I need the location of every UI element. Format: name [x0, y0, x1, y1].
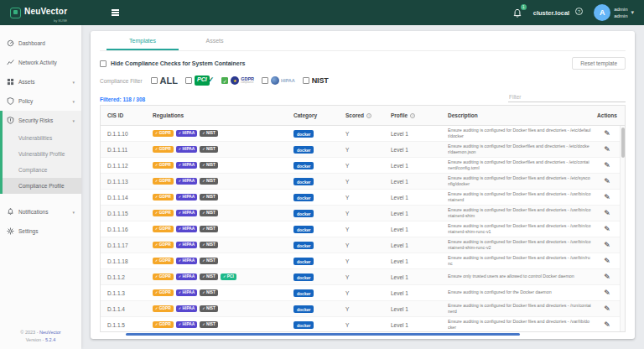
table-row[interactable]: D.1.1.18✓GDPR✓HIPAA✓NISTdockerYLevel 1En…: [101, 253, 625, 269]
compliance-filter-hipaa[interactable]: ✓HIPAA: [262, 76, 295, 85]
sidebar-item-vulnerability-profile[interactable]: Vulnerability Profile: [3, 146, 81, 162]
table-row[interactable]: D.1.1.16✓GDPR✓HIPAA✓NISTdockerYLevel 1En…: [101, 221, 625, 237]
table-horizontal-scrollbar[interactable]: [126, 333, 520, 336]
cis-id-cell: D.1.1.3: [101, 290, 153, 296]
edit-icon[interactable]: ✎: [604, 241, 610, 249]
edit-icon[interactable]: ✎: [604, 129, 610, 138]
sidebar-item-policy[interactable]: Policy▾: [0, 91, 81, 111]
scrollbar-thumb[interactable]: [621, 128, 625, 158]
category-badge: docker: [293, 226, 314, 233]
table-row[interactable]: D.1.1.15✓GDPR✓HIPAA✓NISTdockerYLevel 1En…: [101, 206, 625, 221]
compliance-filter-all[interactable]: ✓ALL: [151, 76, 178, 86]
compliance-filter-all-checkbox[interactable]: ✓: [151, 77, 158, 84]
compliance-filter-hipaa-checkbox[interactable]: ✓: [262, 77, 268, 84]
table-row[interactable]: D.1.1.13✓GDPR✓HIPAA✓NISTdockerYLevel 1En…: [101, 174, 625, 190]
table-row[interactable]: D.1.1.17✓GDPR✓HIPAA✓NISTdockerYLevel 1En…: [101, 237, 625, 253]
sidebar-item-settings[interactable]: Settings: [0, 221, 81, 241]
filter-input[interactable]: [508, 92, 626, 102]
scored-cell: Y: [345, 131, 391, 137]
hide-system-containers-checkbox[interactable]: ✓: [100, 60, 106, 67]
compliance-filter-nist-checkbox[interactable]: ✓: [303, 77, 309, 84]
scored-cell: Y: [345, 147, 391, 153]
regulation-badge-nist: ✓NIST: [200, 226, 218, 232]
compliance-filter-nist[interactable]: ✓NIST: [303, 76, 329, 85]
sidebar-item-assets[interactable]: Assets▾: [0, 72, 81, 91]
profile-cell: Level 1: [391, 131, 448, 137]
sidebar-item-vulnerabilities[interactable]: Vulnerabilities: [3, 130, 81, 146]
user-menu[interactable]: A admin admin ▾: [594, 4, 634, 21]
sidebar-item-notifications[interactable]: Notifications▾: [0, 202, 81, 221]
table-row[interactable]: D.1.1.2✓GDPR✓HIPAA✓NIST✓PCIdockerYLevel …: [101, 269, 625, 285]
regulations-cell: ✓GDPR✓HIPAA✓NIST✓PCI: [153, 273, 293, 280]
compliance-filter-pci-checkbox[interactable]: ✓: [185, 77, 192, 84]
regulation-badge-hipaa: ✓HIPAA: [176, 305, 197, 312]
regulation-badge-hipaa: ✓HIPAA: [176, 162, 197, 169]
filter-all-label: ALL: [160, 76, 178, 86]
category-cell: docker: [293, 163, 345, 169]
cis-id-cell: D.1.1.17: [101, 242, 153, 248]
regulation-badge-gdpr: ✓GDPR: [153, 210, 174, 216]
description-text: Ensure auditing is configured for Docker…: [448, 207, 595, 219]
check-icon: ✓: [202, 275, 205, 279]
table-row[interactable]: D.1.1.3✓GDPR✓HIPAA✓NISTdockerYLevel 1Ens…: [101, 285, 625, 301]
help-icon[interactable]: ?: [575, 8, 583, 15]
sidebar-item-security-risks[interactable]: Security Risks▾: [3, 111, 81, 130]
compliance-filter-gdpr-checkbox[interactable]: ✓: [221, 77, 228, 84]
edit-icon[interactable]: ✎: [604, 320, 610, 329]
edit-icon[interactable]: ✎: [604, 209, 610, 217]
regulations-cell: ✓GDPR✓HIPAA✓NIST: [153, 146, 293, 153]
regulation-badge-gdpr: ✓GDPR: [153, 194, 174, 201]
description-text: Ensure auditing is configured for Docker…: [448, 319, 595, 331]
tab-templates[interactable]: Templates: [106, 31, 179, 50]
version-label: Version -: [26, 337, 44, 342]
sidebar-item-compliance-profile[interactable]: Compliance Profile: [3, 178, 81, 194]
profile-cell: Level 1: [391, 195, 448, 201]
regulation-badge-gdpr: ✓GDPR: [153, 242, 174, 248]
menu-icon[interactable]: [109, 7, 122, 18]
table-row[interactable]: D.1.1.5✓GDPR✓HIPAA✓NISTdockerYLevel 1Ens…: [101, 317, 625, 332]
table-row[interactable]: D.1.1.4✓GDPR✓HIPAA✓NISTdockerYLevel 1Ens…: [101, 301, 625, 317]
description-text: Ensure only trusted users are allowed to…: [448, 273, 595, 279]
profile-cell: Level 1: [391, 258, 448, 264]
edit-icon[interactable]: ✎: [604, 289, 610, 297]
table-row[interactable]: D.1.1.11✓GDPR✓HIPAA✓NISTdockerYLevel 1En…: [101, 142, 625, 158]
table-body: D.1.1.10✓GDPR✓HIPAA✓NISTdockerYLevel 1En…: [101, 126, 625, 332]
security-risks-icon: [7, 117, 14, 124]
table-row[interactable]: D.1.1.12✓GDPR✓HIPAA✓NISTdockerYLevel 1En…: [101, 158, 625, 174]
edit-icon[interactable]: ✎: [604, 161, 610, 169]
check-icon: ✓: [155, 307, 158, 310]
edit-icon[interactable]: ✎: [604, 145, 610, 154]
notification-badge: 1: [521, 4, 527, 10]
edit-icon[interactable]: ✎: [604, 177, 610, 185]
compliance-filter-gdpr[interactable]: ✓★GDPRcompliance: [221, 76, 254, 85]
table-vertical-scrollbar[interactable]: [620, 126, 625, 331]
edit-icon[interactable]: ✎: [604, 225, 610, 233]
sidebar-item-network-activity[interactable]: Network Activity: [0, 53, 81, 72]
sidebar-item-compliance[interactable]: Compliance: [3, 162, 81, 178]
regulation-badge-gdpr: ✓GDPR: [153, 273, 174, 280]
regulation-badge-gdpr: ✓GDPR: [153, 162, 174, 169]
sidebar-item-dashboard[interactable]: Dashboard: [0, 34, 81, 53]
reset-template-button[interactable]: Reset template: [572, 57, 626, 70]
table-row[interactable]: D.1.1.10✓GDPR✓HIPAA✓NISTdockerYLevel 1En…: [101, 126, 625, 142]
sidebar-item-label: Network Activity: [18, 60, 57, 65]
table-row[interactable]: D.1.1.14✓GDPR✓HIPAA✓NISTdockerYLevel 1En…: [101, 190, 625, 206]
regulation-badge-hipaa: ✓HIPAA: [176, 242, 197, 248]
category-cell: docker: [293, 306, 345, 312]
description-cell: Ensure auditing is configured for Docker…: [448, 159, 595, 171]
regulation-badge-pci: ✓PCI: [221, 273, 236, 280]
edit-icon[interactable]: ✎: [604, 305, 610, 313]
scored-cell: Y: [345, 242, 391, 248]
category-cell: docker: [293, 290, 345, 296]
compliance-filter-pci[interactable]: ✓PCI✓: [185, 76, 214, 85]
bell-icon[interactable]: 1: [512, 8, 522, 18]
tab-assets[interactable]: Assets: [179, 31, 251, 50]
regulations-cell: ✓GDPR✓HIPAA✓NIST: [153, 305, 293, 312]
edit-icon[interactable]: ✎: [604, 193, 610, 201]
description-cell: Ensure auditing is configured for Docker…: [448, 223, 595, 235]
edit-icon[interactable]: ✎: [604, 257, 610, 265]
regulation-badge-nist: ✓NIST: [200, 178, 218, 185]
edit-icon[interactable]: ✎: [604, 273, 610, 281]
profile-cell: Level 1: [391, 179, 448, 185]
sidebar: DashboardNetwork ActivityAssets▾Policy▾S…: [0, 25, 81, 349]
